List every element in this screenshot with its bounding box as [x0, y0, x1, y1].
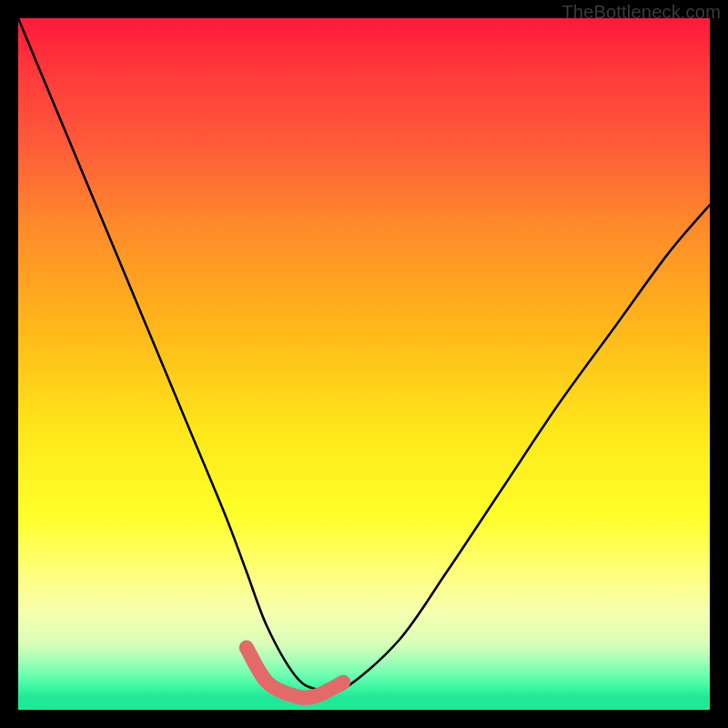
- plot-area: [18, 18, 710, 710]
- pink-highlight: [247, 648, 343, 698]
- chart-frame: TheBottleneck.com: [0, 0, 728, 728]
- chart-svg: [18, 18, 710, 710]
- black-curve: [18, 18, 710, 693]
